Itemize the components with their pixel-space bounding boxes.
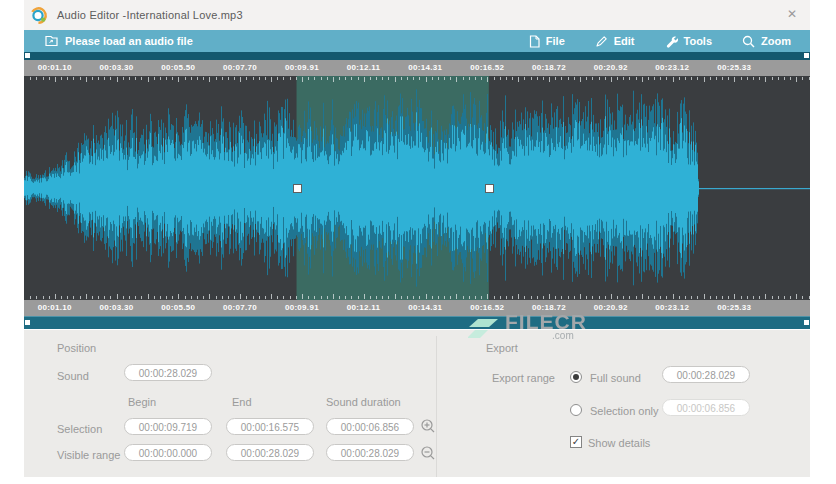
title-bar: Audio Editor -International Love.mp3 ✕	[24, 0, 810, 30]
app-logo-icon	[29, 6, 48, 25]
tools-icon	[665, 35, 678, 48]
ruler-label: 00:09.91	[285, 63, 319, 72]
panel-divider	[436, 336, 437, 477]
ruler-label: 00:12.11	[347, 303, 381, 312]
selection-handle-left[interactable]	[293, 184, 302, 193]
ruler-bottom: 00:01.1000:03.3000:05.5000:07.7000:09.91…	[24, 300, 810, 316]
show-details-label: Show details	[588, 437, 650, 449]
ruler-label: 00:07.70	[223, 303, 257, 312]
ruler-label: 00:20.92	[594, 303, 628, 312]
ruler-label: 00:03.30	[100, 63, 134, 72]
menu-file-label: File	[546, 35, 565, 47]
menu-zoom-label: Zoom	[761, 35, 791, 47]
selection-duration-field[interactable]: 00:00:06.856	[326, 418, 414, 435]
selection-row-label: Selection	[57, 423, 102, 435]
ruler-label: 00:25.33	[717, 63, 751, 72]
menu-edit[interactable]: Edit	[580, 35, 650, 48]
full-sound-label: Full sound	[590, 372, 641, 384]
load-audio-button[interactable]: Please load an audio file	[45, 30, 193, 52]
selection-handle-right[interactable]	[485, 184, 494, 193]
menu-tools-label: Tools	[684, 35, 713, 47]
timeline-editor: 00:01.1000:03.3000:05.5000:07.7000:09.91…	[24, 52, 810, 329]
ruler-label: 00:18.72	[532, 63, 566, 72]
ruler-label: 00:23.12	[655, 63, 689, 72]
selection-only-duration-field[interactable]: 00:00:06.856	[662, 399, 750, 416]
window-title: Audio Editor -International Love.mp3	[57, 9, 243, 21]
ruler-label: 00:18.72	[532, 303, 566, 312]
ruler-label: 00:05.50	[161, 63, 195, 72]
column-begin: Begin	[128, 396, 156, 408]
waveform-area	[24, 76, 810, 300]
show-details-checkbox[interactable]: ✓	[570, 436, 582, 448]
bottom-panel: Position Sound 00:00:28.029 Begin End So…	[24, 330, 810, 477]
ruler-label: 00:16.52	[470, 303, 504, 312]
scrollbar-handle-right[interactable]	[804, 320, 809, 325]
audio-editor-window: Audio Editor -International Love.mp3 ✕ P…	[24, 0, 810, 478]
menu-zoom[interactable]: Zoom	[727, 35, 806, 48]
menu-tools[interactable]: Tools	[650, 35, 728, 48]
ruler-label: 00:09.91	[285, 303, 319, 312]
ruler-label: 00:16.52	[470, 63, 504, 72]
zoom-out-icon[interactable]	[420, 445, 436, 461]
export-section-title: Export	[486, 342, 518, 354]
column-sound-duration: Sound duration	[326, 396, 401, 408]
menu-file[interactable]: File	[514, 35, 580, 48]
menu-bar: File Edit Tools Zoom	[514, 30, 806, 52]
timeline-scrollbar-bottom[interactable]	[24, 316, 810, 329]
ruler-top: 00:01.1000:03.3000:05.5000:07.7000:09.91…	[24, 60, 810, 76]
selection-only-radio[interactable]	[570, 404, 582, 416]
ruler-label: 00:14.31	[408, 63, 442, 72]
timeline-scrollbar-top[interactable]	[24, 52, 810, 60]
ruler-label: 00:14.31	[408, 303, 442, 312]
ruler-label: 00:23.12	[655, 303, 689, 312]
export-range-label: Export range	[492, 372, 555, 384]
load-audio-label: Please load an audio file	[65, 35, 193, 47]
zoom-in-icon[interactable]	[420, 418, 436, 434]
ruler-label: 00:03.30	[100, 303, 134, 312]
ruler-label: 00:12.11	[347, 63, 381, 72]
scrollbar-handle-left[interactable]	[25, 53, 30, 58]
toolbar: Please load an audio file File Edit	[24, 30, 810, 52]
menu-edit-label: Edit	[614, 35, 635, 47]
ruler-label: 00:07.70	[223, 63, 257, 72]
ruler-label: 00:05.50	[161, 303, 195, 312]
selection-end-field[interactable]: 00:00:16.575	[226, 418, 314, 435]
visible-range-end-field[interactable]: 00:00:28.029	[226, 444, 314, 461]
selection-only-label: Selection only	[590, 405, 659, 417]
selection-begin-field[interactable]: 00:00:09.719	[124, 418, 212, 435]
ruler-label: 00:01.10	[38, 303, 72, 312]
position-section-title: Position	[57, 342, 96, 354]
visible-range-duration-field[interactable]: 00:00:28.029	[326, 444, 414, 461]
visible-range-row-label: Visible range	[57, 449, 120, 461]
full-sound-duration-field[interactable]: 00:00:28.029	[662, 366, 750, 383]
ruler-label: 00:25.33	[717, 303, 751, 312]
ruler-label: 00:01.10	[38, 63, 72, 72]
ruler-label: 00:20.92	[594, 63, 628, 72]
close-button[interactable]: ✕	[787, 6, 797, 22]
edit-icon	[595, 35, 608, 48]
import-audio-icon	[45, 35, 58, 47]
zoom-icon	[742, 35, 755, 48]
column-end: End	[232, 396, 252, 408]
visible-range-begin-field[interactable]: 00:00:00.000	[124, 444, 212, 461]
scrollbar-handle-right[interactable]	[804, 53, 809, 58]
full-sound-radio[interactable]	[570, 371, 582, 383]
scrollbar-handle-left[interactable]	[25, 320, 30, 325]
sound-label: Sound	[57, 370, 89, 382]
sound-duration-field[interactable]: 00:00:28.029	[124, 364, 212, 381]
file-icon	[529, 35, 540, 48]
waveform-canvas[interactable]	[24, 76, 810, 300]
